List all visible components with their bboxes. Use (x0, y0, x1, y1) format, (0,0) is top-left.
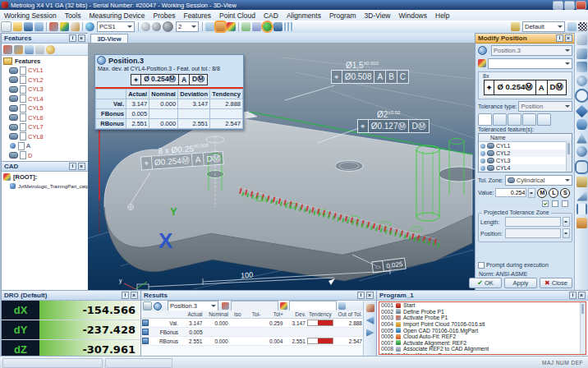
tree-item-datum-d[interactable]: D (2, 151, 88, 161)
prompt-execution-checkbox[interactable] (478, 262, 485, 269)
maximize-button[interactable] (564, 1, 575, 10)
probe-icon[interactable] (49, 22, 58, 31)
menu-3d-view[interactable]: 3D-View (361, 12, 395, 20)
list-scrollbar[interactable] (566, 141, 572, 172)
viewport-canvas[interactable]: Z Y X y Position.3 Max. dev. at CYL4-Pos… (88, 43, 475, 290)
menu-cad[interactable]: CAD (260, 12, 283, 20)
apply-button[interactable]: Apply (504, 278, 537, 288)
ellipse-tool-icon[interactable] (575, 89, 588, 103)
close-icon[interactable] (366, 292, 374, 299)
position-field[interactable] (505, 228, 561, 238)
profile-dropdown[interactable]: Default (522, 21, 565, 32)
search-icon[interactable] (46, 45, 55, 54)
close-icon[interactable] (131, 292, 138, 299)
tree-item-datum-a[interactable]: A (2, 141, 88, 151)
edit-pen-icon[interactable] (366, 304, 374, 312)
close-button[interactable]: ✖Close (540, 278, 572, 288)
tree-item-cyl5[interactable]: CYL5 (2, 104, 88, 113)
list-item-cyl2[interactable]: CYL2 (479, 150, 572, 157)
render-mode-icon[interactable] (216, 22, 225, 31)
play-icon[interactable] (241, 22, 250, 31)
close-icon[interactable] (78, 34, 85, 42)
modifier-checkbox-3[interactable] (562, 200, 568, 207)
cone-tool-icon[interactable] (577, 133, 587, 144)
report-grid-icon[interactable] (284, 22, 293, 31)
tab-notes-icon[interactable] (537, 113, 551, 126)
pause-icon[interactable] (252, 22, 261, 31)
new-session-icon[interactable] (1, 21, 11, 32)
pin-icon[interactable] (357, 292, 365, 299)
refresh-icon[interactable] (338, 302, 346, 310)
menu-probes[interactable]: Probes (149, 12, 180, 20)
pcs-dropdown[interactable]: PCS1 (97, 21, 135, 32)
torus-tool-icon[interactable] (575, 160, 588, 174)
tree-item-cyl4[interactable]: CYL4 (2, 94, 88, 104)
tab-stats-icon[interactable] (522, 113, 536, 126)
menu-tools[interactable]: Tools (61, 12, 85, 20)
results-row-rbonus[interactable]: RBonus 2.551 0.000 0.004 2.551 2.547 (141, 337, 364, 346)
cmm-machine-icon[interactable] (60, 22, 69, 31)
program-step-list[interactable]: 0001Start 0002Define Probe P1 0003Activa… (379, 301, 586, 355)
program-scrollbar[interactable] (580, 302, 586, 354)
program-step-0005[interactable]: 0005Open CAD 70106-016.MgPart (379, 327, 586, 334)
tree-item-cyl2[interactable]: CYL2 (2, 76, 88, 85)
program-step-0008[interactable]: 0008Associate REF2 to CAD Alignment (379, 346, 586, 352)
mmc-modifier-button[interactable]: M (537, 188, 547, 198)
pin-icon[interactable] (69, 163, 76, 170)
results-row-val[interactable]: Val. 3.147 0.000 0.259 3.147 2.888 (141, 319, 364, 328)
value-input[interactable] (495, 188, 526, 197)
value-spinner[interactable] (528, 188, 535, 198)
axis-tool-icon[interactable] (577, 218, 587, 228)
nav-forward-icon[interactable] (366, 329, 374, 337)
pin-icon[interactable] (69, 34, 76, 42)
modifier-checkbox-2[interactable] (552, 200, 558, 207)
point-tool-icon[interactable] (577, 48, 587, 59)
menu-windows[interactable]: Windows (395, 12, 431, 20)
tab-datums-icon[interactable] (493, 113, 507, 126)
modifier-checkbox-1[interactable] (542, 200, 549, 207)
list-item-cyl4[interactable]: CYL4 (479, 164, 572, 172)
results-row-fbonus[interactable]: FBonus 0.005 (141, 328, 364, 337)
distance-tool-icon[interactable] (577, 204, 587, 214)
program-step-0001[interactable]: 0001Start (379, 302, 586, 309)
probe-icon[interactable] (222, 302, 229, 310)
tree-item-cyl7[interactable]: CYL7 (2, 122, 88, 132)
point-size-dropdown[interactable]: 2 (176, 21, 199, 32)
ok-button[interactable]: ✔OK (469, 278, 502, 288)
pin-icon[interactable] (122, 292, 129, 299)
program-step-0004[interactable]: 0004Import Point Cloud 70106-016.stl (379, 321, 586, 328)
toleranced-features-list[interactable]: Name CYL1 CYL2 CYL3 CYL4 (478, 133, 572, 172)
close-button[interactable] (576, 1, 586, 10)
catalog-icon[interactable] (25, 45, 34, 54)
close-icon[interactable] (565, 34, 572, 42)
close-icon[interactable] (78, 163, 85, 170)
rfs-modifier-button[interactable]: S (560, 188, 570, 198)
nav-back-icon[interactable] (366, 316, 374, 324)
position3-callout[interactable]: Position.3 Max. dev. at CYL4-Position.3 … (94, 54, 244, 130)
program-step-0002[interactable]: 0002Define Probe P1 (379, 309, 586, 315)
length-spinner[interactable] (563, 217, 570, 227)
menu-alignments[interactable]: Alignments (283, 12, 325, 20)
menu-help[interactable]: Help (431, 12, 453, 20)
angle-tool-icon[interactable] (577, 191, 587, 201)
shaded-view-icon[interactable] (141, 22, 150, 31)
circle-tool-icon[interactable] (577, 76, 587, 86)
pin-icon[interactable] (556, 34, 563, 42)
save-icon[interactable] (24, 22, 33, 31)
cad-tree-node[interactable]: JvtMetrologic_TrainingPart_catpart.MgPar… (2, 182, 88, 191)
program-step-0009[interactable]: 0009New Working Session (379, 352, 586, 355)
pixel-grid-icon[interactable] (578, 22, 587, 31)
close-icon[interactable] (578, 292, 586, 299)
label-combobox[interactable] (488, 58, 572, 69)
tree-item-cyl6[interactable]: CYL6 (2, 113, 88, 123)
pin-icon[interactable] (569, 292, 577, 299)
probe-filter-icon[interactable] (3, 45, 12, 54)
fit-view-icon[interactable] (205, 22, 214, 31)
cad-tree-root[interactable]: [ROOT]: (2, 172, 88, 182)
menu-point-cloud[interactable]: Point Cloud (215, 12, 260, 20)
tree-item-cyl8[interactable]: CYL8 (2, 132, 88, 142)
length-field[interactable] (505, 217, 561, 227)
tree-item-cyl3[interactable]: CYL3 (2, 85, 88, 94)
program-step-0007[interactable]: 0007Activate Alignment: REF2 (379, 340, 586, 347)
calibration-icon[interactable] (71, 22, 80, 31)
